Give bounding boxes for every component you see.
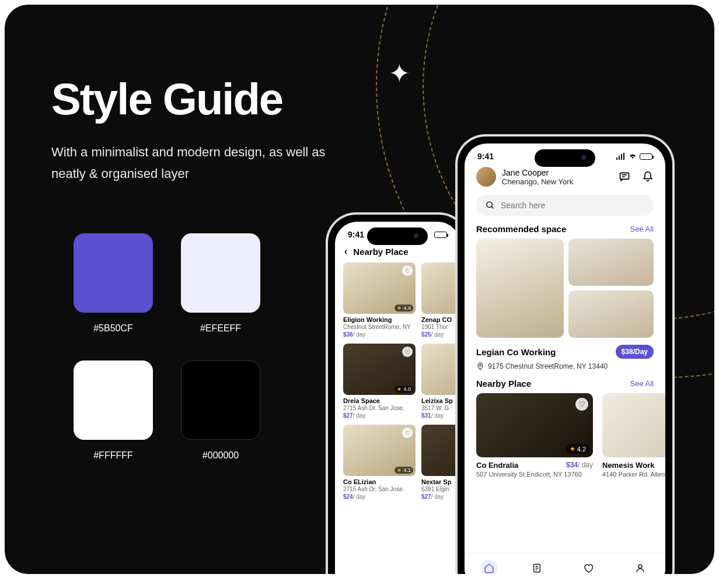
search-icon (486, 201, 495, 210)
page-subtitle: With a minimalist and modern design, as … (51, 141, 331, 185)
favorite-icon[interactable]: ♡ (402, 346, 413, 357)
featured-space-title: Legian Co Working (476, 347, 556, 357)
price-pill: $38/Day (616, 345, 654, 359)
battery-icon (434, 232, 447, 238)
tab-favorite[interactable]: Favorite (577, 560, 600, 575)
recommended-image-large[interactable] (476, 239, 564, 338)
bell-icon[interactable] (642, 171, 654, 183)
card-title: Nextar Sp (421, 478, 460, 485)
card-title: Leizixa Sp (421, 397, 460, 404)
battery-icon (640, 153, 652, 160)
nearby-card[interactable]: ♡ ★4.4 Eligion Working Chestnut StreetRo… (343, 262, 416, 338)
status-time: 9:41 (477, 152, 494, 161)
card-title: Co ELizian (343, 478, 416, 485)
swatch-chip (74, 360, 153, 440)
svg-rect-1 (619, 156, 620, 160)
star-icon: ★ (397, 305, 402, 311)
svg-point-8 (638, 565, 642, 568)
favorite-icon[interactable]: ♡ (402, 265, 413, 276)
star-icon: ★ (397, 467, 402, 473)
card-title: Eligion Working (343, 316, 416, 323)
see-all-link[interactable]: See All (630, 379, 654, 388)
phone-notch (367, 228, 428, 245)
user-name: Jane Cooper (502, 168, 573, 177)
tab-home[interactable]: Home (480, 560, 497, 575)
section-title-nearby: Nearby Place (476, 379, 531, 388)
rating-chip: ★4.4 (395, 304, 413, 312)
svg-rect-2 (621, 154, 622, 160)
recommended-image-small[interactable] (568, 290, 654, 338)
card-title: Nemesis Work (602, 461, 654, 470)
card-image: ♡ ★4.2 (476, 393, 593, 457)
card-image: ♡ ★4.4 (343, 262, 416, 314)
swatch-label: #EFEEFF (200, 323, 241, 334)
favorite-icon[interactable]: ♡ (402, 428, 413, 438)
card-location: 3517 W. G (421, 405, 460, 411)
card-title: Co Endralia (476, 461, 518, 470)
profile-icon (632, 560, 648, 575)
see-all-link[interactable]: See All (630, 225, 654, 233)
nearby-card[interactable]: ♡ Leizixa Sp 3517 W. G $31/ day (421, 344, 460, 419)
search-placeholder: Search here (501, 201, 545, 210)
swatch-label: #FFFFFF (93, 450, 133, 461)
card-image: ♡ (421, 425, 460, 476)
rating-chip: ★4.1 (395, 467, 413, 474)
card-price: $24/ day (343, 494, 416, 500)
card-image: ♡ ★4.0 (343, 344, 416, 395)
nearby-card[interactable]: ♡ ★4.1 Co ELizian 2715 Ash Dr. San Jose.… (343, 425, 416, 500)
nearby-card[interactable]: ♡ Zenap CO 1901 Thor $25/ day (421, 262, 460, 338)
page-title: Style Guide (51, 74, 282, 124)
color-swatches: #5B50CF #EFEEFF #FFFFFF #000000 (72, 233, 261, 471)
star-icon: ★ (397, 386, 402, 392)
search-input[interactable]: Search here (476, 195, 654, 216)
swatch-chip (181, 233, 260, 313)
swatch-white: #FFFFFF (72, 360, 154, 471)
card-price: $34/ day (566, 461, 593, 470)
favorite-icon[interactable]: ♡ (575, 398, 588, 411)
nearby-card[interactable]: ♡ ★4.0 Dreia Space 2715 Ash Dr. San Jose… (343, 344, 416, 419)
rating-chip: ★4.2 (566, 444, 589, 454)
swatch-chip (181, 360, 260, 440)
svg-point-6 (480, 365, 481, 366)
recommended-image-small[interactable] (568, 239, 654, 286)
card-title: Zenap CO (421, 316, 460, 323)
nearby-card[interactable]: ♡ Nextar Sp 6391 Elgin $27/ day (421, 425, 460, 500)
swatch-label: #5B50CF (93, 323, 133, 334)
nearby-card[interactable]: ♡ Nemesis Work 4140 Parker Rd. Allent (602, 393, 665, 478)
user-location: Chenango, New York (502, 177, 573, 186)
card-location: 507 University St.Endicott, NY 13760 (476, 471, 593, 478)
swatch-chip (74, 233, 153, 313)
phone-mockup-secondary: 9:41 ‹ Nearby Place ♡ ★4.4 Eligion Worki… (328, 215, 467, 574)
card-price: $31/ day (421, 412, 460, 419)
featured-space-address: 9175 Chestnut StreetRome, NY 13440 (488, 362, 608, 370)
card-image: ♡ (421, 262, 460, 314)
back-icon[interactable]: ‹ (344, 246, 347, 257)
recommended-grid (465, 239, 665, 344)
card-location: Chestnut StreetRome, NY (343, 324, 416, 330)
card-image: ♡ (421, 344, 460, 395)
star-icon: ★ (570, 445, 575, 453)
card-image: ♡ (602, 393, 665, 457)
phone-mockup-primary: 9:41 Jane Cooper Chenango, New York (458, 136, 672, 574)
card-price: $27/ day (343, 412, 416, 419)
nearby-card[interactable]: ♡ ★4.2 Co Endralia $34/ day 507 Universi… (476, 393, 593, 478)
swatch-black: #000000 (180, 360, 261, 471)
tab-profile[interactable]: Profile (631, 560, 650, 575)
heart-icon (580, 560, 596, 575)
avatar[interactable] (476, 167, 496, 187)
section-title-recommended: Recommended space (476, 224, 566, 234)
card-title: Dreia Space (343, 397, 416, 404)
tab-order[interactable]: Order (529, 560, 545, 575)
svg-rect-4 (620, 173, 629, 179)
chat-icon[interactable] (619, 171, 630, 183)
card-location: 2715 Ash Dr. San Jose. (343, 405, 416, 411)
svg-rect-0 (616, 158, 617, 160)
signal-icon (616, 153, 626, 160)
wifi-icon (628, 153, 637, 160)
swatch-label: #000000 (203, 450, 239, 461)
svg-rect-3 (623, 153, 624, 160)
rating-chip: ★4.0 (395, 386, 413, 393)
card-price: $27/ day (421, 494, 460, 500)
tab-bar: HomeOrderFavoriteProfile (465, 553, 665, 574)
card-location: 4140 Parker Rd. Allent (602, 471, 665, 478)
